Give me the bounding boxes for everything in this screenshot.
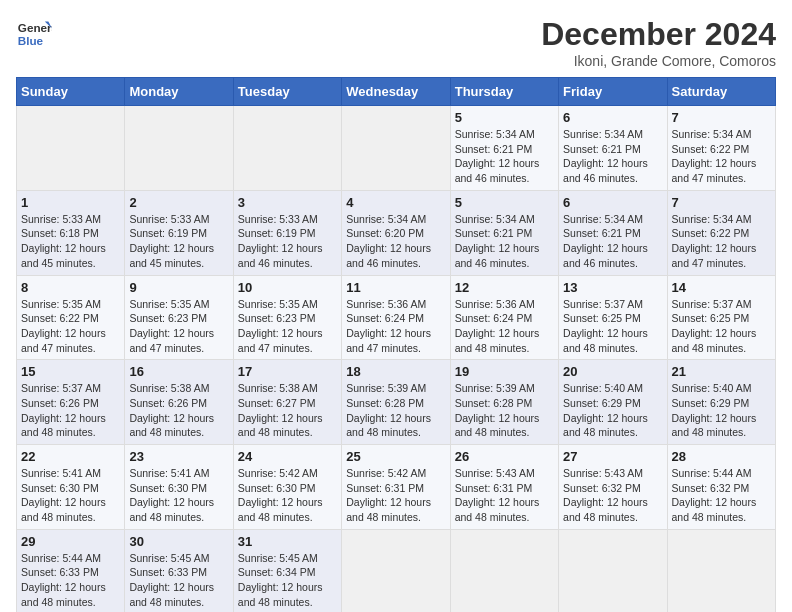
day-number: 21 [672,364,771,379]
day-number: 1 [21,195,120,210]
svg-text:Blue: Blue [18,34,44,47]
day-info: Sunrise: 5:37 AMSunset: 6:26 PMDaylight:… [21,382,106,438]
day-cell: 18Sunrise: 5:39 AMSunset: 6:28 PMDayligh… [342,360,450,445]
header-day-friday: Friday [559,78,667,106]
day-info: Sunrise: 5:34 AMSunset: 6:21 PMDaylight:… [455,213,540,269]
day-cell [559,529,667,612]
month-title: December 2024 [541,16,776,53]
header-day-monday: Monday [125,78,233,106]
day-info: Sunrise: 5:43 AMSunset: 6:32 PMDaylight:… [563,467,648,523]
header-day-tuesday: Tuesday [233,78,341,106]
day-cell: 23Sunrise: 5:41 AMSunset: 6:30 PMDayligh… [125,445,233,530]
day-info: Sunrise: 5:33 AMSunset: 6:19 PMDaylight:… [238,213,323,269]
day-info: Sunrise: 5:35 AMSunset: 6:22 PMDaylight:… [21,298,106,354]
logo-icon: General Blue [16,16,52,52]
day-cell: 25Sunrise: 5:42 AMSunset: 6:31 PMDayligh… [342,445,450,530]
day-cell: 14Sunrise: 5:37 AMSunset: 6:25 PMDayligh… [667,275,775,360]
day-cell: 2Sunrise: 5:33 AMSunset: 6:19 PMDaylight… [125,190,233,275]
day-cell: 12Sunrise: 5:36 AMSunset: 6:24 PMDayligh… [450,275,558,360]
day-cell: 24Sunrise: 5:42 AMSunset: 6:30 PMDayligh… [233,445,341,530]
day-cell [342,529,450,612]
day-cell [17,106,125,191]
day-number: 25 [346,449,445,464]
header-day-saturday: Saturday [667,78,775,106]
logo: General Blue [16,16,52,52]
day-number: 8 [21,280,120,295]
day-number: 9 [129,280,228,295]
day-number: 12 [455,280,554,295]
day-number: 30 [129,534,228,549]
day-number: 3 [238,195,337,210]
header-day-wednesday: Wednesday [342,78,450,106]
day-cell: 5Sunrise: 5:34 AMSunset: 6:21 PMDaylight… [450,106,558,191]
day-info: Sunrise: 5:41 AMSunset: 6:30 PMDaylight:… [129,467,214,523]
day-cell: 11Sunrise: 5:36 AMSunset: 6:24 PMDayligh… [342,275,450,360]
day-cell [667,529,775,612]
day-info: Sunrise: 5:33 AMSunset: 6:19 PMDaylight:… [129,213,214,269]
day-cell: 10Sunrise: 5:35 AMSunset: 6:23 PMDayligh… [233,275,341,360]
calendar-table: SundayMondayTuesdayWednesdayThursdayFrid… [16,77,776,612]
day-info: Sunrise: 5:42 AMSunset: 6:30 PMDaylight:… [238,467,323,523]
day-cell: 17Sunrise: 5:38 AMSunset: 6:27 PMDayligh… [233,360,341,445]
day-cell: 1Sunrise: 5:33 AMSunset: 6:18 PMDaylight… [17,190,125,275]
day-info: Sunrise: 5:41 AMSunset: 6:30 PMDaylight:… [21,467,106,523]
day-number: 20 [563,364,662,379]
day-number: 18 [346,364,445,379]
day-number: 28 [672,449,771,464]
day-number: 19 [455,364,554,379]
day-number: 26 [455,449,554,464]
day-info: Sunrise: 5:37 AMSunset: 6:25 PMDaylight:… [672,298,757,354]
day-cell: 13Sunrise: 5:37 AMSunset: 6:25 PMDayligh… [559,275,667,360]
day-number: 7 [672,195,771,210]
day-number: 27 [563,449,662,464]
page-header: General Blue December 2024 Ikoni, Grande… [16,16,776,69]
day-cell: 6Sunrise: 5:34 AMSunset: 6:21 PMDaylight… [559,190,667,275]
day-info: Sunrise: 5:38 AMSunset: 6:27 PMDaylight:… [238,382,323,438]
day-number: 14 [672,280,771,295]
day-cell: 5Sunrise: 5:34 AMSunset: 6:21 PMDaylight… [450,190,558,275]
day-cell: 4Sunrise: 5:34 AMSunset: 6:20 PMDaylight… [342,190,450,275]
day-number: 13 [563,280,662,295]
day-number: 11 [346,280,445,295]
day-number: 15 [21,364,120,379]
week-row-4: 22Sunrise: 5:41 AMSunset: 6:30 PMDayligh… [17,445,776,530]
day-cell: 3Sunrise: 5:33 AMSunset: 6:19 PMDaylight… [233,190,341,275]
day-info: Sunrise: 5:40 AMSunset: 6:29 PMDaylight:… [672,382,757,438]
day-number: 4 [346,195,445,210]
day-info: Sunrise: 5:37 AMSunset: 6:25 PMDaylight:… [563,298,648,354]
day-cell: 28Sunrise: 5:44 AMSunset: 6:32 PMDayligh… [667,445,775,530]
day-number: 16 [129,364,228,379]
day-number: 17 [238,364,337,379]
day-cell [233,106,341,191]
day-info: Sunrise: 5:40 AMSunset: 6:29 PMDaylight:… [563,382,648,438]
day-cell: 6Sunrise: 5:34 AMSunset: 6:21 PMDaylight… [559,106,667,191]
day-info: Sunrise: 5:35 AMSunset: 6:23 PMDaylight:… [238,298,323,354]
day-cell: 26Sunrise: 5:43 AMSunset: 6:31 PMDayligh… [450,445,558,530]
day-info: Sunrise: 5:34 AMSunset: 6:21 PMDaylight:… [563,213,648,269]
header-day-sunday: Sunday [17,78,125,106]
day-cell: 31Sunrise: 5:45 AMSunset: 6:34 PMDayligh… [233,529,341,612]
day-info: Sunrise: 5:44 AMSunset: 6:33 PMDaylight:… [21,552,106,608]
day-cell [125,106,233,191]
day-cell: 22Sunrise: 5:41 AMSunset: 6:30 PMDayligh… [17,445,125,530]
day-number: 5 [455,110,554,125]
day-cell [450,529,558,612]
day-number: 7 [672,110,771,125]
day-cell: 27Sunrise: 5:43 AMSunset: 6:32 PMDayligh… [559,445,667,530]
day-number: 10 [238,280,337,295]
day-number: 24 [238,449,337,464]
day-number: 6 [563,195,662,210]
header-row: SundayMondayTuesdayWednesdayThursdayFrid… [17,78,776,106]
week-row-3: 15Sunrise: 5:37 AMSunset: 6:26 PMDayligh… [17,360,776,445]
day-info: Sunrise: 5:39 AMSunset: 6:28 PMDaylight:… [346,382,431,438]
day-info: Sunrise: 5:38 AMSunset: 6:26 PMDaylight:… [129,382,214,438]
day-info: Sunrise: 5:35 AMSunset: 6:23 PMDaylight:… [129,298,214,354]
day-info: Sunrise: 5:36 AMSunset: 6:24 PMDaylight:… [346,298,431,354]
day-info: Sunrise: 5:42 AMSunset: 6:31 PMDaylight:… [346,467,431,523]
week-row-1: 1Sunrise: 5:33 AMSunset: 6:18 PMDaylight… [17,190,776,275]
day-cell: 8Sunrise: 5:35 AMSunset: 6:22 PMDaylight… [17,275,125,360]
title-block: December 2024 Ikoni, Grande Comore, Como… [541,16,776,69]
day-info: Sunrise: 5:34 AMSunset: 6:22 PMDaylight:… [672,213,757,269]
day-cell: 7Sunrise: 5:34 AMSunset: 6:22 PMDaylight… [667,190,775,275]
day-cell: 30Sunrise: 5:45 AMSunset: 6:33 PMDayligh… [125,529,233,612]
